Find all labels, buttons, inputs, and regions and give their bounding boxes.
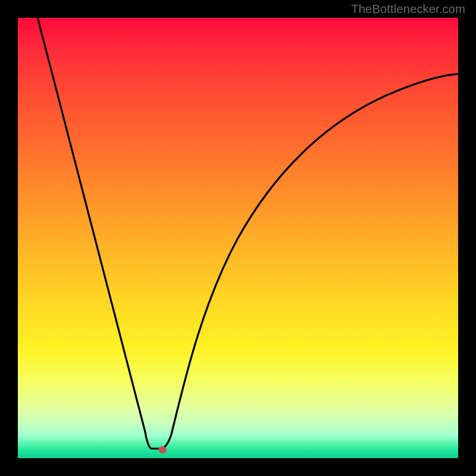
chart-canvas [18,18,458,458]
chart-curve-layer [18,18,458,458]
chart-curve [37,18,458,449]
optimal-point-marker [158,446,167,453]
attribution-text: TheBottlenecker.com [351,2,465,16]
